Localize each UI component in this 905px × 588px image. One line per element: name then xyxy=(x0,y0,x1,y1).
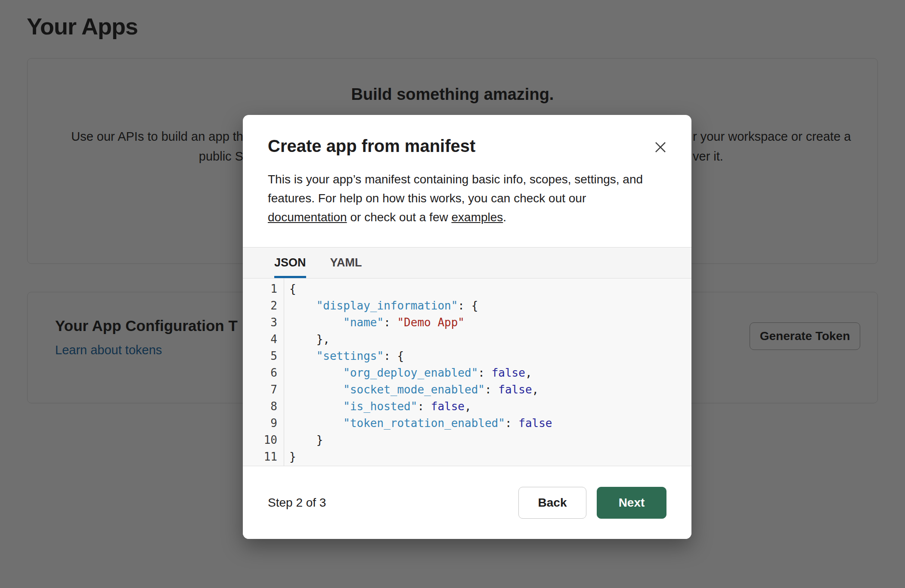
modal-footer: Step 2 of 3 Back Next xyxy=(243,467,691,539)
line-number: 3 xyxy=(243,314,284,331)
line-number: 10 xyxy=(243,432,284,449)
code-line: 5 "settings": { xyxy=(243,348,691,365)
tab-json[interactable]: JSON xyxy=(274,248,306,278)
next-button[interactable]: Next xyxy=(597,487,666,519)
tab-yaml[interactable]: YAML xyxy=(330,248,362,278)
step-indicator: Step 2 of 3 xyxy=(268,496,326,510)
code-line: 4 }, xyxy=(243,331,691,348)
line-number: 8 xyxy=(243,398,284,415)
code-line: 9 "token_rotation_enabled": false xyxy=(243,415,691,432)
code-text: "settings": { xyxy=(284,348,404,365)
documentation-link[interactable]: documentation xyxy=(268,210,347,224)
code-text: } xyxy=(284,432,323,449)
code-line: 7 "socket_mode_enabled": false, xyxy=(243,381,691,398)
code-line: 1{ xyxy=(243,281,691,297)
line-number: 9 xyxy=(243,415,284,432)
code-text: "socket_mode_enabled": false, xyxy=(284,381,539,398)
code-line: 2 "display_information": { xyxy=(243,297,691,314)
manifest-format-tabs: JSON YAML xyxy=(243,247,691,279)
code-line: 10 } xyxy=(243,432,691,449)
close-button[interactable] xyxy=(652,139,669,156)
line-number: 4 xyxy=(243,331,284,348)
description-end: . xyxy=(503,210,506,224)
editor-code-lines: 1{2 "display_information": {3 "name": "D… xyxy=(243,279,691,465)
code-text: } xyxy=(284,449,296,465)
create-app-from-manifest-modal: Create app from manifest This is your ap… xyxy=(243,115,691,539)
back-button[interactable]: Back xyxy=(518,487,586,519)
modal-title: Create app from manifest xyxy=(268,136,475,156)
line-number: 7 xyxy=(243,381,284,398)
description-mid: or check out a few xyxy=(347,210,452,224)
code-line: 11} xyxy=(243,449,691,465)
examples-link[interactable]: examples xyxy=(451,210,503,224)
footer-buttons: Back Next xyxy=(518,487,666,519)
code-text: "org_deploy_enabled": false, xyxy=(284,365,532,381)
line-number: 6 xyxy=(243,365,284,381)
close-icon xyxy=(654,140,667,155)
code-text: "is_hosted": false, xyxy=(284,398,471,415)
line-number: 5 xyxy=(243,348,284,365)
description-line1: This is your app’s manifest containing b… xyxy=(268,173,643,186)
code-line: 3 "name": "Demo App" xyxy=(243,314,691,331)
description-line2: features. For help on how this works, yo… xyxy=(268,192,586,205)
line-number: 11 xyxy=(243,449,284,465)
code-text: "token_rotation_enabled": false xyxy=(284,415,552,432)
code-text: { xyxy=(284,281,296,297)
code-text: "name": "Demo App" xyxy=(284,314,465,331)
code-line: 6 "org_deploy_enabled": false, xyxy=(243,365,691,381)
line-number: 2 xyxy=(243,297,284,314)
code-text: "display_information": { xyxy=(284,297,478,314)
manifest-editor[interactable]: 1{2 "display_information": {3 "name": "D… xyxy=(243,279,691,466)
code-line: 8 "is_hosted": false, xyxy=(243,398,691,415)
code-text: }, xyxy=(284,331,330,348)
modal-description: This is your app’s manifest containing b… xyxy=(268,170,664,227)
line-number: 1 xyxy=(243,281,284,297)
